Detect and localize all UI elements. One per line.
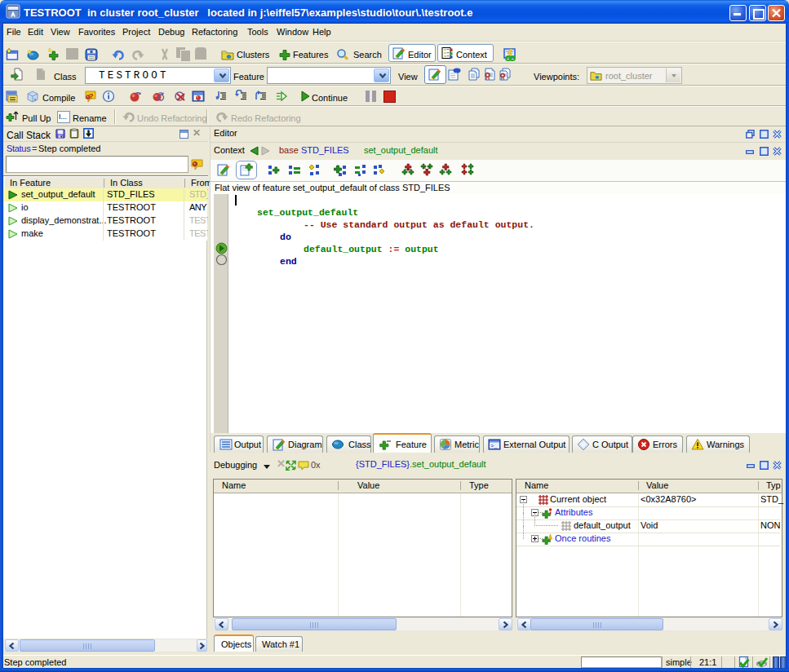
svg-text:>_: >_ xyxy=(490,443,498,449)
